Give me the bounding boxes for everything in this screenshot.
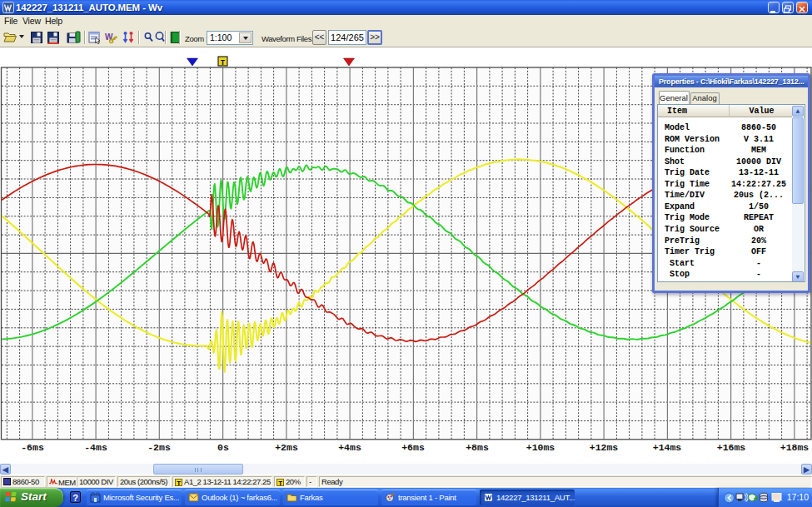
svg-text:+18ms: +18ms [780, 442, 810, 453]
svg-text:-4ms: -4ms [84, 442, 107, 453]
svg-text:T: T [221, 59, 226, 67]
svg-text:0s: 0s [217, 442, 229, 453]
svg-text:+16ms: +16ms [717, 442, 746, 453]
svg-text:+6ms: +6ms [401, 442, 425, 453]
svg-text:-6ms: -6ms [21, 442, 44, 453]
svg-text:+2ms: +2ms [275, 442, 298, 453]
svg-text:+8ms: +8ms [466, 442, 489, 453]
svg-text:-2ms: -2ms [147, 442, 171, 453]
svg-text:+14ms: +14ms [653, 442, 682, 453]
svg-text:+10ms: +10ms [526, 442, 555, 453]
svg-text:+12ms: +12ms [590, 442, 619, 453]
svg-text:+4ms: +4ms [338, 442, 361, 453]
